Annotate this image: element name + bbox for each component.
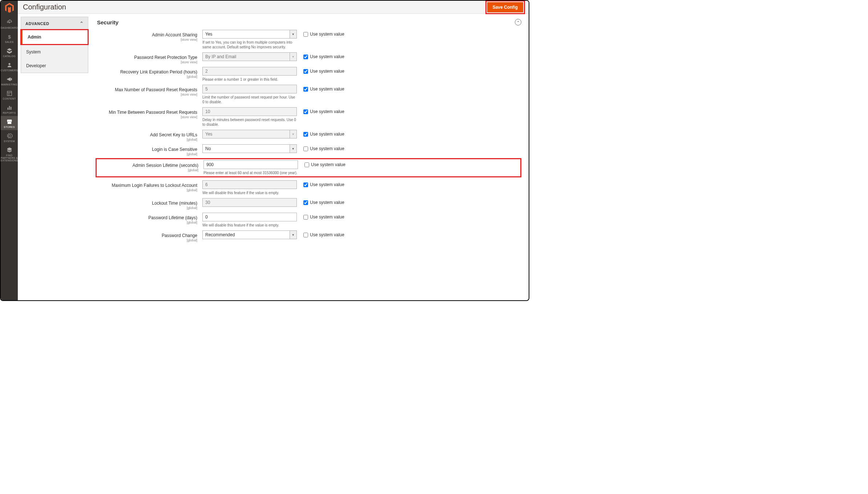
use-system-maxfail[interactable]: Use system value [297, 180, 344, 187]
topbar: Configuration Save Config [18, 1, 529, 14]
max-login-failures-input [202, 180, 297, 189]
use-system-locktime[interactable]: Use system value [297, 198, 344, 205]
use-system-maxreq[interactable]: Use system value [297, 85, 344, 92]
config-nav: ADVANCED ⌃ Admin System Developer [18, 14, 88, 300]
row-session-lifetime: Admin Session Lifetime (seconds)[global]… [96, 158, 521, 177]
row-max-login-failures: Maximum Login Failures to Lockout Accoun… [97, 180, 521, 196]
section-head: Security ⌃ [97, 17, 521, 29]
svg-rect-2 [7, 91, 12, 96]
min-time-reset-input [202, 107, 297, 116]
svg-text:$: $ [8, 34, 11, 40]
config-nav-system[interactable]: System [21, 45, 88, 59]
save-highlight: Save Config [485, 0, 525, 14]
case-sensitive-select[interactable] [202, 144, 290, 153]
password-reset-protection-select [202, 52, 290, 61]
row-lockout-time: Lockout Time (minutes)[global] Use syste… [97, 197, 521, 210]
nav-section-head-advanced[interactable]: ADVANCED ⌃ [21, 17, 88, 30]
nav-customers[interactable]: CUSTOMERS [1, 59, 18, 73]
dropdown-icon[interactable]: ▼ [290, 230, 297, 239]
content: ADVANCED ⌃ Admin System Developer Securi… [18, 14, 529, 300]
row-recovery-link-expiration: Recovery Link Expiration Period (hours)[… [97, 66, 521, 83]
nav-dashboard[interactable]: DASHBOARD [1, 17, 18, 31]
collapse-section-icon[interactable]: ⌃ [515, 19, 521, 25]
max-reset-requests-input [202, 85, 297, 93]
use-system-session[interactable]: Use system value [298, 160, 346, 167]
row-secret-key: Add Secret Key to URLs[global] ▼ Use sys… [97, 129, 521, 142]
use-system-sharing[interactable]: Use system value [297, 30, 344, 37]
magento-logo-icon [4, 2, 15, 14]
use-system-prottype[interactable]: Use system value [297, 52, 344, 59]
use-system-pwdchange[interactable]: Use system value [297, 230, 344, 237]
lockout-time-input [202, 198, 297, 207]
nav-catalog[interactable]: CATALOG [1, 45, 18, 59]
dropdown-icon[interactable]: ▼ [290, 30, 297, 39]
use-system-mintime[interactable]: Use system value [297, 107, 344, 114]
nav-reports[interactable]: REPORTS [1, 102, 18, 116]
config-nav-admin[interactable]: Admin [21, 30, 88, 44]
page-title: Configuration [23, 3, 66, 11]
use-system-recovery[interactable]: Use system value [297, 67, 344, 74]
nav-content[interactable]: CONTENT [1, 88, 18, 102]
secret-key-select [202, 130, 290, 138]
svg-rect-6 [9, 106, 9, 110]
dropdown-icon: ▼ [290, 52, 297, 61]
password-lifetime-input[interactable] [202, 213, 297, 221]
row-password-lifetime: Password Lifetime (days)[global] We will… [97, 212, 521, 228]
section-title: Security [97, 19, 118, 25]
nav-stores[interactable]: STORES [1, 116, 18, 130]
svg-rect-5 [7, 108, 8, 110]
session-lifetime-input[interactable] [203, 160, 298, 169]
main-panel: Security ⌃ Admin Account Sharing[store v… [88, 14, 529, 300]
row-min-time-reset: Min Time Between Password Reset Requests… [97, 107, 521, 128]
dropdown-icon[interactable]: ▼ [290, 144, 297, 153]
row-password-change: Password Change[global] ▼ Use system val… [97, 230, 521, 243]
nav-section-advanced: ADVANCED ⌃ Admin System Developer [21, 17, 88, 73]
admin-highlight: Admin [20, 29, 89, 45]
use-system-secretkey[interactable]: Use system value [297, 130, 344, 137]
nav-sales[interactable]: $SALES [1, 31, 18, 45]
use-system-casesens[interactable]: Use system value [297, 144, 344, 151]
nav-partners[interactable]: FIND PARTNERS & EXTENSIONS [1, 144, 18, 164]
nav-system[interactable]: SYSTEM [1, 130, 18, 144]
svg-rect-7 [11, 107, 11, 110]
save-config-button[interactable]: Save Config [487, 2, 523, 12]
use-system-pwdlife[interactable]: Use system value [297, 213, 344, 220]
nav-marketing[interactable]: MARKETING [1, 73, 18, 88]
row-password-reset-protection: Password Reset Protection Type[store vie… [97, 52, 521, 65]
recovery-link-expiration-input [202, 67, 297, 76]
chevron-up-icon: ⌃ [80, 21, 84, 26]
dropdown-icon: ▼ [290, 130, 297, 138]
admin-account-sharing-select[interactable] [202, 30, 290, 39]
password-change-select[interactable] [202, 230, 290, 239]
row-admin-account-sharing: Admin Account Sharing[store view] ▼ If s… [97, 29, 521, 50]
config-nav-developer[interactable]: Developer [21, 59, 88, 73]
svg-point-1 [8, 63, 10, 65]
row-case-sensitive: Login is Case Sensitive[global] ▼ Use sy… [97, 144, 521, 157]
row-max-reset-requests: Max Number of Password Reset Requests[st… [97, 84, 521, 105]
admin-sidebar: DASHBOARD $SALES CATALOG CUSTOMERS MARKE… [1, 1, 18, 300]
